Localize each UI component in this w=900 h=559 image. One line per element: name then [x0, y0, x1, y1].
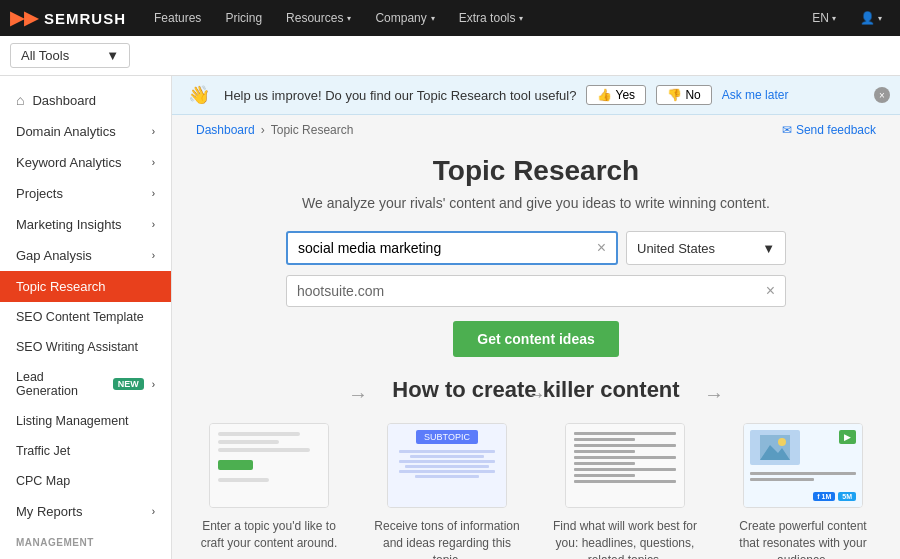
logo-text: SEMRUSH — [44, 10, 126, 27]
wave-icon: 👋 — [188, 84, 210, 106]
nav-resources[interactable]: Resources ▾ — [274, 0, 363, 36]
feedback-text: Help us improve! Do you find our Topic R… — [224, 88, 576, 103]
search-area: × United States ▼ × Get content ideas — [196, 231, 876, 357]
chevron-down-icon: ▼ — [106, 48, 119, 63]
step-1: Enter a topic you'd like to craft your c… — [196, 423, 342, 552]
domain-input[interactable] — [297, 283, 766, 299]
tools-bar: All Tools ▼ — [0, 36, 900, 76]
svg-point-2 — [778, 438, 786, 446]
send-feedback-button[interactable]: ✉ Send feedback — [782, 123, 876, 137]
topic-input-wrap: × — [286, 231, 618, 265]
sidebar-item-seo-writing-assistant[interactable]: SEO Writing Assistant — [0, 332, 171, 362]
step-4-description: Create powerful content that resonates w… — [730, 518, 876, 559]
how-to-section: How to create killer content — [196, 377, 876, 559]
chevron-down-icon: › — [152, 219, 155, 230]
page-subtitle: We analyze your rivals' content and give… — [196, 195, 876, 211]
breadcrumb-home[interactable]: Dashboard — [196, 123, 255, 137]
search-row: × United States ▼ — [286, 231, 786, 265]
email-icon: ✉ — [782, 123, 792, 137]
domain-input-wrap: × — [286, 275, 786, 307]
sidebar-item-marketing-insights[interactable]: Marketing Insights › — [0, 209, 171, 240]
user-menu[interactable]: 👤 ▾ — [852, 0, 890, 36]
nav-pricing[interactable]: Pricing — [213, 0, 274, 36]
sidebar-item-cpc-map[interactable]: CPC Map — [0, 466, 171, 496]
image-placeholder — [750, 430, 800, 465]
sidebar-item-topic-research[interactable]: Topic Research — [0, 271, 171, 302]
chevron-down-icon: › — [152, 126, 155, 137]
sidebar-item-dashboard[interactable]: ⌂ Dashboard — [0, 84, 171, 116]
sidebar-item-seo-content-template[interactable]: SEO Content Template — [0, 302, 171, 332]
nav-right: EN ▾ 👤 ▾ — [804, 0, 890, 36]
subtopic-label: SUBTOPIC — [416, 430, 478, 444]
topic-input[interactable] — [298, 240, 597, 256]
twitter-badge: 5M — [838, 492, 856, 501]
sidebar-item-my-reports[interactable]: My Reports › — [0, 496, 171, 527]
nav-items: Features Pricing Resources ▾ Company ▾ E… — [142, 0, 804, 36]
breadcrumb: Dashboard › Topic Research — [196, 123, 353, 137]
sidebar-item-my-reports-mgmt[interactable]: My Reports + — [0, 552, 171, 559]
chevron-down-icon: ▼ — [762, 241, 775, 256]
sidebar-item-domain-analytics[interactable]: Domain Analytics › — [0, 116, 171, 147]
chevron-down-icon: › — [152, 506, 155, 517]
ask-later-link[interactable]: Ask me later — [722, 88, 789, 102]
sidebar: ⌂ Dashboard Domain Analytics › Keyword A… — [0, 76, 172, 559]
step-1-description: Enter a topic you'd like to craft your c… — [196, 518, 342, 552]
step-4: ▶ f 1M 5M Create powerful content that r… — [730, 423, 876, 559]
step-3-description: Find what will work best for you: headli… — [552, 518, 698, 559]
get-content-ideas-button[interactable]: Get content ideas — [453, 321, 618, 357]
chevron-down-icon: ▾ — [519, 14, 523, 23]
step-3: Find what will work best for you: headli… — [552, 423, 698, 559]
facebook-badge: f 1M — [813, 492, 835, 501]
content-area: 👋 Help us improve! Do you find our Topic… — [172, 76, 900, 559]
clear-domain-button[interactable]: × — [766, 282, 775, 300]
close-button[interactable]: × — [874, 87, 890, 103]
all-tools-select[interactable]: All Tools ▼ — [10, 43, 130, 68]
clear-topic-button[interactable]: × — [597, 239, 606, 257]
chevron-down-icon: › — [152, 379, 155, 390]
step-2-description: Receive tons of information and ideas re… — [374, 518, 520, 559]
sidebar-item-keyword-analytics[interactable]: Keyword Analytics › — [0, 147, 171, 178]
breadcrumb-separator: › — [261, 123, 265, 137]
chevron-down-icon: ▾ — [431, 14, 435, 23]
no-button[interactable]: 👎 No — [656, 85, 712, 105]
country-select[interactable]: United States ▼ — [626, 231, 786, 265]
domain-row: × — [286, 275, 786, 307]
sidebar-item-gap-analysis[interactable]: Gap Analysis › — [0, 240, 171, 271]
yes-button[interactable]: 👍 Yes — [586, 85, 646, 105]
sidebar-item-traffic-jet[interactable]: Traffic Jet — [0, 436, 171, 466]
chevron-down-icon: ▾ — [347, 14, 351, 23]
chevron-down-icon: ▾ — [878, 14, 882, 23]
step-arrow-1: → — [342, 383, 374, 406]
country-value: United States — [637, 241, 715, 256]
main-content: Topic Research We analyze your rivals' c… — [172, 155, 900, 559]
logo-arrows-icon: ▶▶ — [10, 7, 38, 29]
main-layout: ⌂ Dashboard Domain Analytics › Keyword A… — [0, 76, 900, 559]
nav-extra-tools[interactable]: Extra tools ▾ — [447, 0, 536, 36]
social-badges: f 1M 5M — [813, 492, 856, 501]
chevron-down-icon: ▾ — [832, 14, 836, 23]
sidebar-item-projects[interactable]: Projects › — [0, 178, 171, 209]
step-arrow-2: → — [520, 383, 552, 406]
sidebar-item-listing-management[interactable]: Listing Management — [0, 406, 171, 436]
nav-company[interactable]: Company ▾ — [363, 0, 446, 36]
page-header-bar: Dashboard › Topic Research ✉ Send feedba… — [172, 115, 900, 145]
step-2: SUBTOPIC Receive tons of information and… — [374, 423, 520, 559]
step-2-illustration: SUBTOPIC — [387, 423, 507, 508]
language-selector[interactable]: EN ▾ — [804, 0, 844, 36]
feedback-banner: 👋 Help us improve! Do you find our Topic… — [172, 76, 900, 115]
share-icon: ▶ — [839, 430, 856, 444]
chevron-down-icon: › — [152, 188, 155, 199]
step-arrow-3: → — [698, 383, 730, 406]
step-3-illustration — [565, 423, 685, 508]
nav-features[interactable]: Features — [142, 0, 213, 36]
management-section-label: MANAGEMENT — [0, 527, 171, 552]
sidebar-item-lead-generation[interactable]: Lead Generation NEW › — [0, 362, 171, 406]
step-1-illustration — [209, 423, 329, 508]
steps-container: Enter a topic you'd like to craft your c… — [196, 423, 876, 559]
logo[interactable]: ▶▶ SEMRUSH — [10, 7, 126, 29]
top-navigation: ▶▶ SEMRUSH Features Pricing Resources ▾ … — [0, 0, 900, 36]
new-badge: NEW — [113, 378, 144, 390]
chevron-down-icon: › — [152, 157, 155, 168]
home-icon: ⌂ — [16, 92, 24, 108]
page-title: Topic Research — [196, 155, 876, 187]
